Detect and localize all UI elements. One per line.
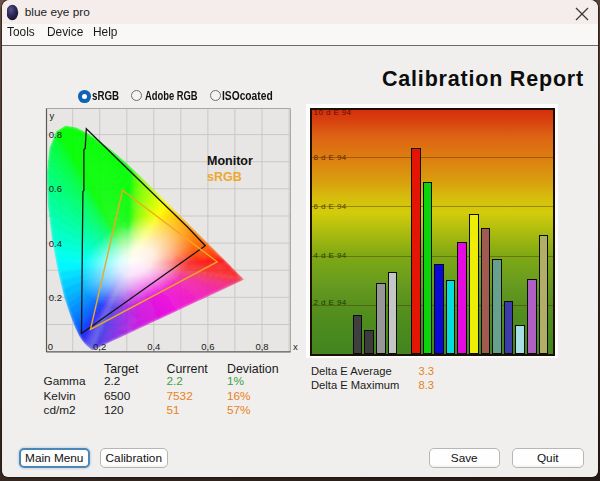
svg-text:0: 0 [48, 341, 53, 352]
svg-text:y: y [50, 110, 55, 121]
svg-text:sRGB: sRGB [207, 170, 242, 184]
svg-text:0,8: 0,8 [255, 341, 268, 352]
svg-text:0,6: 0,6 [201, 341, 214, 352]
svg-text:0,4: 0,4 [147, 341, 160, 352]
svg-text:Monitor: Monitor [207, 154, 253, 168]
svg-text:0.4: 0.4 [49, 238, 62, 249]
svg-text:0,2: 0,2 [93, 341, 106, 352]
svg-text:x: x [293, 341, 298, 352]
svg-text:0.6: 0.6 [49, 183, 62, 194]
svg-text:0.8: 0.8 [49, 129, 62, 140]
svg-text:0.2: 0.2 [49, 292, 62, 303]
